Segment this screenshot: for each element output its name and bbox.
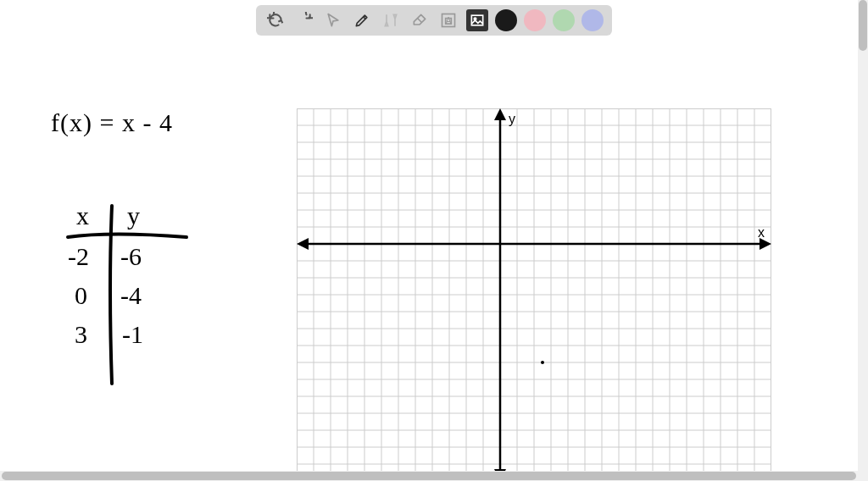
table-cell: -4	[120, 281, 142, 310]
svg-marker-61	[494, 108, 506, 120]
table-cell: 0	[75, 281, 87, 310]
table-cell: 3	[75, 320, 87, 349]
tools-button[interactable]	[380, 9, 402, 31]
table-header-y: y	[127, 202, 140, 230]
canvas[interactable]: f(x) = x - 4 x y -2 -6 0 -4 3 -1 x y	[0, 41, 858, 471]
plot-point	[541, 361, 544, 364]
pointer-tool[interactable]	[322, 9, 344, 31]
svg-marker-58	[760, 238, 771, 250]
table-cell: -1	[122, 320, 143, 349]
svg-text:A: A	[446, 16, 452, 25]
horizontal-scrollbar-thumb[interactable]	[2, 472, 856, 480]
toolbar: A	[256, 5, 612, 36]
table-header-x: x	[76, 202, 89, 230]
x-axis-label: x	[758, 225, 765, 240]
vertical-scrollbar[interactable]	[858, 0, 868, 481]
redo-button[interactable]	[293, 9, 315, 31]
table-cell: -2	[68, 242, 89, 271]
vertical-scrollbar-thumb[interactable]	[859, 0, 867, 51]
color-pink[interactable]	[524, 9, 546, 31]
image-tool[interactable]	[466, 9, 488, 31]
svg-marker-59	[297, 238, 309, 250]
coordinate-grid: x y	[297, 108, 771, 481]
eraser-tool[interactable]	[409, 9, 431, 31]
color-black[interactable]	[495, 9, 517, 31]
table-cell: -6	[120, 242, 142, 271]
text-tool[interactable]: A	[437, 9, 459, 31]
equation-text: f(x) = x - 4	[51, 108, 173, 137]
color-green[interactable]	[553, 9, 575, 31]
color-blue[interactable]	[581, 9, 604, 31]
y-axis-label: y	[509, 112, 515, 126]
horizontal-scrollbar[interactable]	[0, 471, 858, 481]
pen-tool[interactable]	[351, 9, 373, 31]
undo-button[interactable]	[264, 9, 287, 31]
svg-rect-2	[471, 15, 482, 25]
